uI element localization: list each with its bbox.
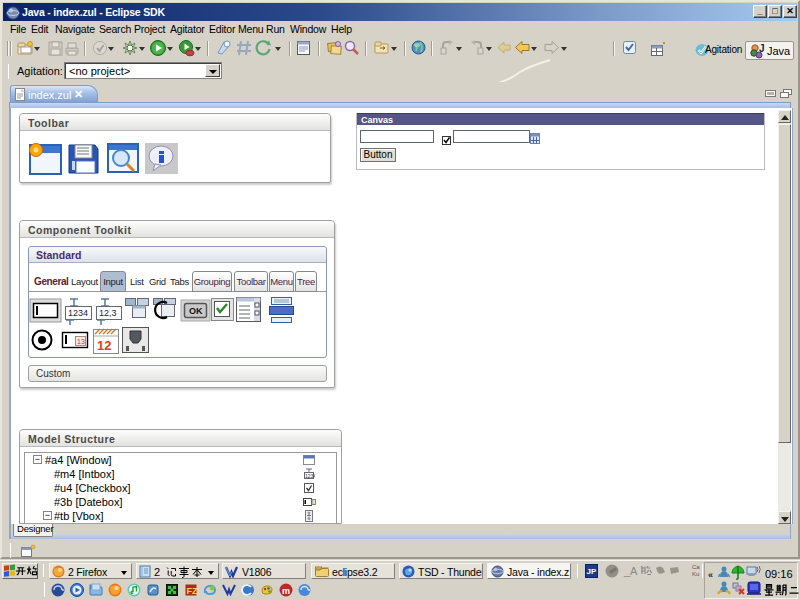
svg-text:12,3: 12,3 bbox=[99, 308, 117, 318]
svg-text:2: 2 bbox=[154, 566, 160, 578]
svg-text:13: 13 bbox=[77, 338, 85, 345]
svg-text:J: J bbox=[759, 43, 765, 54]
svg-text:12: 12 bbox=[97, 338, 111, 353]
svg-text:m: m bbox=[282, 586, 290, 596]
svg-text:1234: 1234 bbox=[305, 473, 315, 479]
svg-text:FZ: FZ bbox=[187, 586, 198, 596]
svg-text:1234: 1234 bbox=[68, 308, 88, 318]
svg-text:_A: _A bbox=[623, 565, 638, 577]
svg-text:OK: OK bbox=[189, 306, 203, 316]
